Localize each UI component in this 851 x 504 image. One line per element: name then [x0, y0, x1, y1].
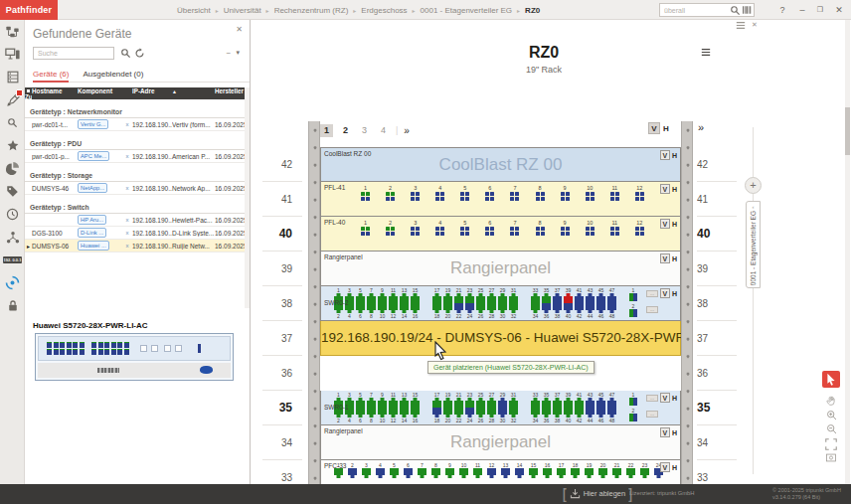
- star-icon[interactable]: [0, 134, 25, 157]
- expand-rack-button[interactable]: »: [698, 121, 703, 133]
- uplink-port[interactable]: [633, 313, 637, 317]
- patch-group[interactable]: 9: [559, 220, 572, 236]
- switch-port[interactable]: [367, 293, 376, 303]
- patch-port[interactable]: [610, 227, 614, 231]
- remove-button[interactable]: x: [122, 243, 132, 249]
- patch-port[interactable]: [566, 227, 570, 231]
- switch-port[interactable]: [443, 398, 452, 408]
- patch-group[interactable]: 3: [409, 220, 422, 236]
- uplink-port[interactable]: [633, 414, 637, 418]
- patch-port[interactable]: [529, 468, 538, 478]
- patch-port[interactable]: [541, 232, 545, 236]
- patch-port[interactable]: [557, 468, 566, 478]
- tab-geraete[interactable]: Geräte (6): [33, 67, 69, 83]
- patch-port[interactable]: [586, 227, 590, 231]
- row-vertical-button[interactable]: V: [660, 150, 670, 160]
- switch-port[interactable]: [454, 293, 463, 303]
- switch-port[interactable]: [432, 293, 441, 303]
- patch-port[interactable]: [366, 192, 370, 196]
- switch-port[interactable]: [553, 408, 562, 418]
- switch-port[interactable]: [509, 398, 518, 408]
- uplink-port[interactable]: [629, 418, 633, 421]
- uplink-port[interactable]: [629, 414, 633, 418]
- patch-port[interactable]: [361, 227, 365, 231]
- patch-port[interactable]: [440, 197, 444, 201]
- switch-port[interactable]: [454, 398, 463, 408]
- uplink-port[interactable]: [629, 398, 633, 402]
- pager-page-4[interactable]: 4: [377, 124, 390, 137]
- uplink-port[interactable]: [633, 398, 637, 402]
- patch-group[interactable]: 10: [584, 220, 596, 236]
- switch-port[interactable]: [476, 398, 485, 408]
- device-search-input[interactable]: [36, 49, 111, 58]
- switch-port[interactable]: [487, 293, 496, 303]
- patch-port[interactable]: [361, 232, 365, 236]
- row-horizontal-button[interactable]: H: [672, 152, 677, 159]
- patch-port[interactable]: [591, 192, 595, 196]
- patch-port[interactable]: [465, 197, 469, 201]
- patch-port[interactable]: [571, 468, 580, 478]
- patch-port[interactable]: [615, 192, 619, 196]
- patch-port[interactable]: [465, 227, 469, 231]
- lock-icon[interactable]: [0, 294, 25, 317]
- patch-port[interactable]: [510, 227, 514, 231]
- switch-port[interactable]: [411, 408, 420, 418]
- sort-asc-icon[interactable]: ▲: [172, 88, 215, 94]
- patch-port[interactable]: [440, 232, 444, 236]
- patch-port[interactable]: [376, 468, 385, 478]
- patch-port[interactable]: [440, 192, 444, 196]
- patch-port[interactable]: [635, 197, 639, 201]
- patch-port[interactable]: [635, 232, 639, 236]
- patch-port[interactable]: [386, 192, 390, 196]
- patch-port[interactable]: [612, 468, 621, 478]
- patch-group[interactable]: 11: [608, 185, 621, 201]
- patch-port[interactable]: [487, 468, 496, 478]
- uplink-port[interactable]: [633, 418, 637, 421]
- panel-close-icon[interactable]: ✕: [236, 25, 243, 34]
- rack-device-pfl-41[interactable]: PFL-41123456789101112VH: [320, 182, 681, 217]
- switch-port[interactable]: [586, 398, 595, 408]
- tree-icon[interactable]: [0, 20, 25, 43]
- switch-port[interactable]: [564, 293, 573, 303]
- patch-port[interactable]: [459, 468, 468, 478]
- patch-port[interactable]: [404, 468, 413, 478]
- pointer-tool-button[interactable]: [822, 371, 840, 388]
- uplink-port[interactable]: [629, 297, 633, 301]
- patch-port[interactable]: [541, 197, 545, 201]
- patch-port[interactable]: [515, 197, 519, 201]
- switch-port[interactable]: [367, 398, 376, 408]
- patch-port[interactable]: [460, 197, 464, 201]
- row-vertical-button[interactable]: V: [660, 219, 670, 229]
- row-horizontal-button[interactable]: H: [672, 221, 677, 228]
- uplink-port[interactable]: [633, 402, 637, 406]
- row-horizontal-button[interactable]: H: [672, 255, 677, 262]
- patch-port[interactable]: [435, 192, 439, 196]
- switch-port[interactable]: [465, 303, 474, 313]
- breadcrumb-item[interactable]: 0001 - Etagenverteiler EG: [421, 6, 513, 15]
- table-row[interactable]: HP Aru...x192.168.190...Hewlett-Pac...16…: [25, 214, 245, 227]
- patch-port[interactable]: [615, 197, 619, 201]
- switch-port[interactable]: [498, 398, 507, 408]
- patch-port[interactable]: [411, 197, 415, 201]
- switch-port[interactable]: [564, 303, 573, 313]
- uplink-options-button[interactable]: ...: [646, 306, 658, 313]
- component-badge[interactable]: NetApp...: [78, 183, 107, 193]
- patch-port[interactable]: [635, 227, 639, 231]
- breadcrumb-item[interactable]: Übersicht: [177, 6, 211, 15]
- maximize-button[interactable]: ❒: [811, 0, 829, 20]
- patch-port[interactable]: [416, 192, 420, 196]
- component-badge[interactable]: Huawei ...: [78, 241, 109, 251]
- patch-group[interactable]: 12: [633, 185, 646, 201]
- switch-port[interactable]: [378, 398, 387, 408]
- switch-port[interactable]: [389, 293, 398, 303]
- scrollbar-thumb[interactable]: [845, 107, 850, 155]
- patch-port[interactable]: [515, 232, 519, 236]
- table-row[interactable]: DUMSYS-46NetApp...x192.168.190...Network…: [25, 182, 245, 195]
- add-view-button[interactable]: +: [745, 177, 762, 194]
- switch-port[interactable]: [443, 303, 452, 313]
- switch-port[interactable]: [531, 398, 540, 408]
- patch-port[interactable]: [591, 227, 595, 231]
- uplink-port[interactable]: [629, 402, 633, 406]
- switch-port[interactable]: [553, 293, 562, 303]
- row-horizontal-button[interactable]: H: [672, 290, 677, 297]
